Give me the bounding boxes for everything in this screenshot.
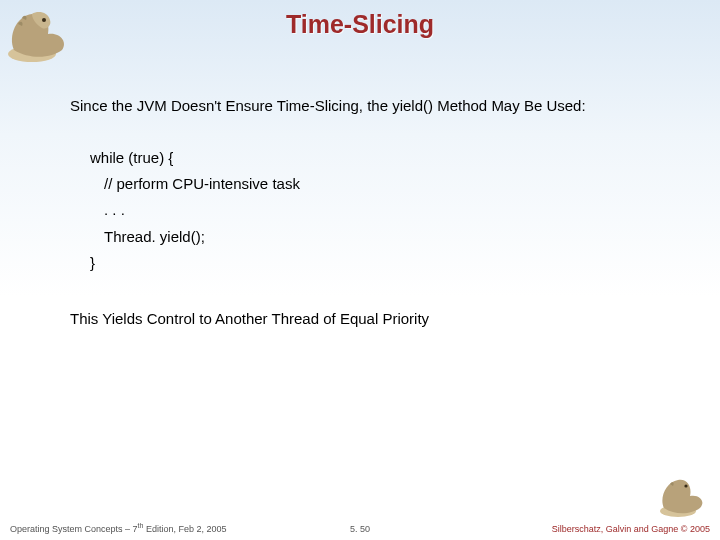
svg-point-3	[684, 484, 687, 487]
code-block: while (true) { // perform CPU-intensive …	[90, 145, 660, 276]
footer-left-text-b: Edition, Feb 2, 2005	[143, 524, 226, 534]
slide-content: Since the JVM Doesn't Ensure Time-Slicin…	[70, 95, 660, 330]
dinosaur-mascot-icon	[654, 474, 712, 518]
closing-paragraph: This Yields Control to Another Thread of…	[70, 308, 660, 330]
intro-paragraph: Since the JVM Doesn't Ensure Time-Slicin…	[70, 95, 660, 117]
code-line: Thread. yield();	[104, 224, 660, 250]
footer-copyright: Silberschatz, Galvin and Gagne © 2005	[552, 524, 710, 534]
footer-left: Operating System Concepts – 7th Edition,…	[10, 522, 226, 534]
footer-left-text-a: Operating System Concepts – 7	[10, 524, 138, 534]
footer-page-number: 5. 50	[350, 524, 370, 534]
slide-title: Time-Slicing	[0, 10, 720, 39]
code-line: }	[90, 250, 660, 276]
code-line: // perform CPU-intensive task	[104, 171, 660, 197]
slide-footer: Operating System Concepts – 7th Edition,…	[10, 522, 710, 534]
code-line: . . .	[104, 197, 660, 223]
code-line: while (true) {	[90, 145, 660, 171]
